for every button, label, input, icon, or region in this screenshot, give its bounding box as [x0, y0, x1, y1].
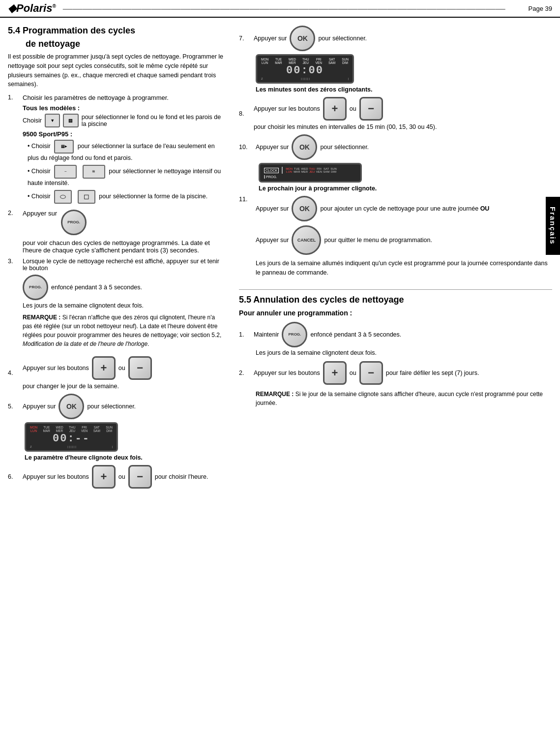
section54-subtitle: de nettoyage	[8, 39, 224, 49]
step-4-text: Appuyer sur les boutons	[23, 365, 89, 371]
step-5: 5. Appuyer sur OK pour sélectionner.	[8, 394, 224, 419]
step-6-or: ou	[118, 473, 125, 480]
step10-mon: MONLUN	[286, 167, 293, 173]
step7-thu: THUJEU	[302, 58, 309, 64]
step10-caption: Le prochain jour à programmer clignote.	[259, 185, 552, 192]
prog-button-55-1[interactable]: PROG.	[282, 322, 307, 347]
minus-button-step6[interactable]: −	[128, 465, 152, 489]
minus-button-55-2[interactable]: −	[359, 361, 383, 385]
step-55-1: 1. Maintenir PROG. enfoncé pendant 3 à 5…	[239, 322, 552, 347]
step-11b-text: Appuyer sur	[256, 237, 289, 244]
step-1: 1. Choisir les paramètres de nettoyage à…	[8, 94, 224, 206]
step7-fri: FRIVEN	[316, 58, 322, 64]
day-wed: WEDMER	[56, 426, 63, 433]
step10-sun: SUNDIM	[330, 167, 337, 173]
step-7-after: pour sélectionner.	[318, 35, 367, 42]
plus-button-55-2[interactable]: +	[323, 361, 347, 385]
section55-remark: REMARQUE : Si le jour de la semaine clig…	[256, 390, 552, 407]
step-4: 4. Appuyer sur les boutons + ou − pour c…	[8, 356, 224, 390]
day-sun: SUNDIM	[106, 426, 113, 433]
step7-sat: SATSAM	[328, 58, 335, 64]
step-55-2-content: Appuyer sur les boutons + ou − pour fair…	[254, 361, 479, 385]
step-10-content: Appuyer sur OK pour sélectionner.	[256, 134, 369, 160]
water-surface-button[interactable]: ▤▸	[54, 140, 74, 154]
step-11-content: Appuyer sur OK pour ajouter un cycle de …	[256, 196, 552, 278]
step-8-content: Appuyer sur les boutons + ou − pour choi…	[254, 97, 552, 130]
step-3-content: Lorsque le cycle de nettoyage recherché …	[23, 258, 224, 351]
step10-tue: TUEMAR	[294, 167, 300, 173]
intensity-button1[interactable]: ~	[54, 165, 77, 179]
sport9500-item2: Choisir ~ ≋ pour sélectionner le nettoya…	[28, 165, 224, 188]
step-3-after: enfoncé pendant 3 à 5 secondes.	[51, 284, 142, 291]
step-55-2-or: ou	[350, 370, 356, 376]
step-5-num: 5.	[8, 403, 23, 410]
sport9500-item1: Choisir ▤▸ pour sélectionner la surface …	[28, 140, 224, 163]
step-10-num: 10.	[239, 144, 256, 151]
shape-button1[interactable]: ⬭	[54, 190, 72, 204]
step-2-num: 2.	[8, 210, 23, 216]
ok-button-step10[interactable]: OK	[292, 134, 317, 160]
step-7: 7. Appuyer sur OK pour sélectionner.	[239, 26, 552, 51]
step-2-content: Appuyer sur PROG. pour voir chacun des c…	[23, 210, 224, 254]
step-7-content: Appuyer sur OK pour sélectionner.	[254, 26, 367, 51]
step5-caption: Le paramètre d'heure clignote deux fois.	[25, 454, 224, 461]
step-8: 8. Appuyer sur les boutons + ou − pour c…	[239, 97, 552, 130]
step-3-extra: Les jours de la semaine clignotent deux …	[23, 302, 224, 309]
step-6-num: 6.	[8, 473, 23, 480]
step10-wed: WEDMER	[301, 167, 308, 173]
lcd-step7: MONLUN TUEMAR WEDMER THUJEU FRIVEN	[256, 54, 354, 84]
intensity-button2[interactable]: ≋	[83, 165, 105, 179]
step-10-text: Appuyer sur	[256, 144, 289, 151]
lcd-step5-time: 00:--	[53, 433, 90, 445]
step-2-after: pour voir chacun des cycles de nettoyage…	[23, 239, 224, 254]
step-7-text: Appuyer sur	[254, 35, 287, 42]
step-4-num: 4.	[8, 370, 23, 376]
lcd-step5: MONLUN TUEMAR WEDMER THUJEU FRIVEN	[25, 422, 118, 452]
step7-caption: Les minutes sont des zéros clignotants.	[256, 86, 552, 93]
minus-button-step8[interactable]: −	[359, 97, 383, 121]
lcd-step10: CLOCK MONLUN TUEMAR WEDMER	[259, 163, 362, 183]
step-55-2-text: Appuyer sur les boutons	[254, 370, 320, 376]
lcd-step5-container: MONLUN TUEMAR WEDMER THUJEU FRIVEN	[25, 422, 224, 452]
step-55-1-extra: Les jours de la semaine clignotent deux …	[256, 349, 552, 356]
section55: 5.5 Annulation des cycles de nettoyage P…	[239, 289, 552, 407]
step-55-2: 2. Appuyer sur les boutons + ou − pour f…	[239, 361, 552, 385]
lcd-step10-prog-label: PROG.	[264, 175, 356, 179]
step-1-content: Choisir les paramètres de nettoyage à pr…	[23, 94, 224, 206]
plus-button-step6[interactable]: +	[92, 465, 116, 489]
step-11b-after: pour quitter le menu de programmation.	[324, 237, 432, 244]
step-10: 10. Appuyer sur OK pour sélectionner.	[239, 134, 552, 160]
prog-button-step3[interactable]: PROG.	[23, 275, 48, 300]
floor-button[interactable]: ▼	[45, 114, 60, 127]
step-7-num: 7.	[239, 35, 254, 42]
step-11-num: 11.	[239, 196, 256, 203]
day-tue: TUEMAR	[43, 426, 50, 433]
page-header: ◆Polaris® ——————————————————————————————…	[0, 0, 560, 18]
step7-sun: SUNDIM	[342, 58, 349, 64]
step-5-content: Appuyer sur OK pour sélectionner.	[23, 394, 136, 419]
shape-button2[interactable]: ◻	[78, 190, 95, 204]
polaris-logo: ◆Polaris®	[8, 2, 56, 15]
step-2: 2. Appuyer sur PROG. pour voir chacun de…	[8, 210, 224, 254]
ok-button-step5[interactable]: OK	[59, 394, 84, 419]
all-models-label: Tous les modèles :	[23, 104, 80, 112]
step-55-1-num: 1.	[239, 331, 254, 338]
lcd-step7-container: MONLUN TUEMAR WEDMER THUJEU FRIVEN	[256, 54, 552, 84]
plus-button-step8[interactable]: +	[323, 97, 347, 121]
page-container: ◆Polaris® ——————————————————————————————…	[0, 0, 560, 491]
step-55-1-content: Maintenir PROG. enfoncé pendant 3 à 5 se…	[254, 322, 401, 347]
step-8-or: ou	[350, 105, 356, 112]
ok-button-step11[interactable]: OK	[292, 196, 317, 221]
wall-button[interactable]: ▤	[63, 114, 78, 127]
lcd-step10-container: CLOCK MONLUN TUEMAR WEDMER	[259, 163, 552, 183]
ok-button-step7[interactable]: OK	[290, 26, 315, 51]
cancel-button-step11[interactable]: CANCEL	[292, 225, 321, 255]
step-6-after: pour choisir l'heure.	[155, 473, 208, 480]
plus-button-step4[interactable]: +	[92, 356, 116, 380]
lcd-step7-days: MONLUN TUEMAR WEDMER THUJEU FRIVEN	[261, 58, 349, 64]
day-sat: SATSAM	[93, 426, 100, 433]
step7-mon: MONLUN	[261, 58, 268, 64]
prog-button-step2[interactable]: PROG.	[61, 210, 87, 235]
step-4-or: ou	[118, 365, 125, 371]
minus-button-step4[interactable]: −	[128, 356, 152, 380]
